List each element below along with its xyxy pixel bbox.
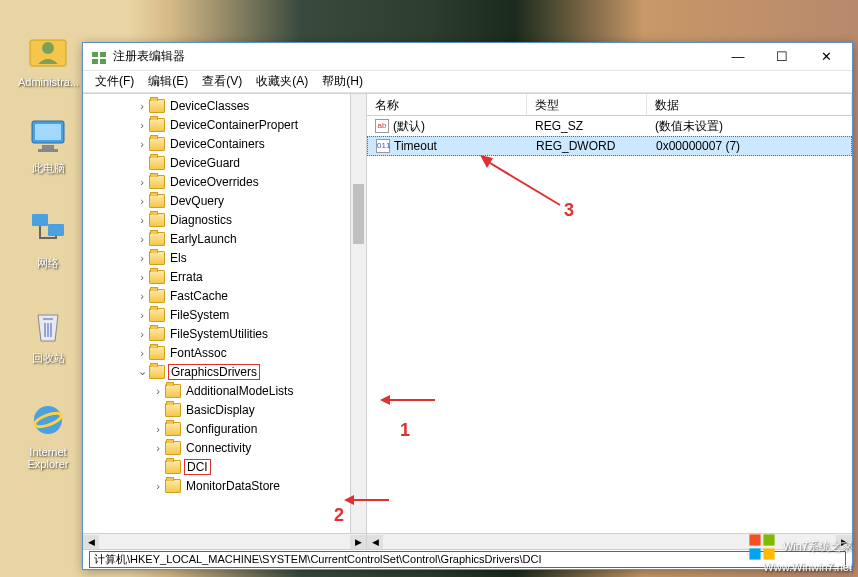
list-row[interactable]: ab(默认)REG_SZ(数值未设置) [367, 116, 852, 136]
user-folder-icon [28, 30, 68, 70]
close-button[interactable]: ✕ [804, 44, 848, 70]
scroll-right-button[interactable]: ▶ [350, 535, 366, 549]
svg-rect-21 [763, 534, 774, 545]
collapse-icon[interactable]: › [151, 423, 165, 435]
tree-node[interactable]: ›DeviceOverrides [83, 172, 366, 191]
desktop-icon-network[interactable]: 网络 [18, 210, 78, 271]
collapse-icon[interactable]: › [135, 100, 149, 112]
tree-node[interactable]: ›Errata [83, 267, 366, 286]
svg-rect-5 [38, 149, 58, 152]
collapse-icon[interactable]: › [135, 271, 149, 283]
string-value-icon: ab [375, 119, 389, 133]
tree-node[interactable]: DeviceGuard [83, 153, 366, 172]
tree-node[interactable]: DCI [83, 457, 366, 476]
tree-node[interactable]: ›Els [83, 248, 366, 267]
list-row[interactable]: 011TimeoutREG_DWORD0x00000007 (7) [367, 136, 852, 156]
maximize-button[interactable]: ☐ [760, 44, 804, 70]
recycle-bin-icon [28, 305, 68, 345]
svg-rect-20 [749, 534, 760, 545]
tree-node[interactable]: ⌄GraphicsDrivers [83, 362, 366, 381]
column-header-data[interactable]: 数据 [647, 94, 852, 115]
status-path: 计算机\HKEY_LOCAL_MACHINE\SYSTEM\CurrentCon… [89, 551, 846, 568]
list-header: 名称 类型 数据 [367, 94, 852, 116]
collapse-icon[interactable]: › [135, 233, 149, 245]
value-data: 0x00000007 (7) [648, 139, 851, 153]
folder-icon [165, 460, 181, 474]
folder-icon [149, 137, 165, 151]
collapse-icon[interactable]: › [151, 442, 165, 454]
collapse-icon[interactable]: › [135, 176, 149, 188]
tree-node[interactable]: ›MonitorDataStore [83, 476, 366, 495]
tree-node-label: AdditionalModeLists [184, 384, 295, 398]
tree-node[interactable]: ›FontAssoc [83, 343, 366, 362]
tree-node[interactable]: ›DeviceContainerPropert [83, 115, 366, 134]
tree-node[interactable]: ›Diagnostics [83, 210, 366, 229]
column-header-type[interactable]: 类型 [527, 94, 647, 115]
expand-icon[interactable]: ⌄ [135, 365, 149, 378]
desktop-icon-administrator[interactable]: Administra... [18, 30, 78, 88]
menu-edit[interactable]: 编辑(E) [142, 71, 194, 92]
desktop-icon-recycle-bin[interactable]: 回收站 [18, 305, 78, 366]
tree-node[interactable]: ›DeviceContainers [83, 134, 366, 153]
collapse-icon[interactable]: › [135, 347, 149, 359]
list-body[interactable]: ab(默认)REG_SZ(数值未设置)011TimeoutREG_DWORD0x… [367, 116, 852, 533]
svg-point-1 [42, 42, 54, 54]
collapse-icon[interactable]: › [135, 252, 149, 264]
collapse-icon[interactable]: › [135, 119, 149, 131]
collapse-icon[interactable]: › [135, 290, 149, 302]
tree-node-label: Diagnostics [168, 213, 234, 227]
desktop-icon-this-pc[interactable]: 此电脑 [18, 115, 78, 176]
folder-icon [149, 156, 165, 170]
tree-node-label: Connectivity [184, 441, 253, 455]
folder-icon [149, 232, 165, 246]
tree-node[interactable]: ›EarlyLaunch [83, 229, 366, 248]
collapse-icon[interactable]: › [135, 138, 149, 150]
collapse-icon[interactable]: › [135, 328, 149, 340]
registry-editor-window: 注册表编辑器 — ☐ ✕ 文件(F) 编辑(E) 查看(V) 收藏夹(A) 帮助… [82, 42, 853, 570]
value-type: REG_SZ [527, 119, 647, 133]
column-header-name[interactable]: 名称 [367, 94, 527, 115]
menu-view[interactable]: 查看(V) [196, 71, 248, 92]
minimize-button[interactable]: — [716, 44, 760, 70]
folder-icon [149, 175, 165, 189]
tree-node-label: DeviceContainers [168, 137, 267, 151]
horizontal-scrollbar[interactable]: ◀ ▶ [83, 533, 366, 549]
scrollbar-thumb[interactable] [353, 184, 364, 244]
collapse-icon[interactable]: › [151, 385, 165, 397]
collapse-icon[interactable]: › [135, 195, 149, 207]
watermark-line2: Www.Winwin7.net [763, 561, 852, 573]
tree-node[interactable]: ›FastCache [83, 286, 366, 305]
value-name: Timeout [394, 139, 437, 153]
collapse-icon[interactable]: › [135, 214, 149, 226]
tree-node-label: Configuration [184, 422, 259, 436]
desktop-icon-internet-explorer[interactable]: Internet Explorer [18, 400, 78, 470]
svg-rect-10 [92, 52, 98, 57]
tree-node[interactable]: ›DeviceClasses [83, 96, 366, 115]
tree-node[interactable]: ›AdditionalModeLists [83, 381, 366, 400]
tree-node[interactable]: ›FileSystem [83, 305, 366, 324]
watermark-line1: Win7系统之家 [783, 540, 852, 552]
tree-node-label: BasicDisplay [184, 403, 257, 417]
tree-node[interactable]: BasicDisplay [83, 400, 366, 419]
menu-favorites[interactable]: 收藏夹(A) [250, 71, 314, 92]
menu-help[interactable]: 帮助(H) [316, 71, 369, 92]
tree-node[interactable]: ›FileSystemUtilities [83, 324, 366, 343]
vertical-scrollbar[interactable] [350, 94, 366, 533]
ie-icon [28, 400, 68, 440]
tree-node[interactable]: ›Configuration [83, 419, 366, 438]
menu-file[interactable]: 文件(F) [89, 71, 140, 92]
tree-node-label: DeviceClasses [168, 99, 251, 113]
tree-node-label: FontAssoc [168, 346, 229, 360]
titlebar[interactable]: 注册表编辑器 — ☐ ✕ [83, 43, 852, 71]
folder-icon [165, 479, 181, 493]
tree-node[interactable]: ›Connectivity [83, 438, 366, 457]
collapse-icon[interactable]: › [151, 480, 165, 492]
scroll-left-button[interactable]: ◀ [367, 535, 383, 549]
scroll-left-button[interactable]: ◀ [83, 535, 99, 549]
collapse-icon[interactable]: › [135, 309, 149, 321]
tree-node[interactable]: ›DevQuery [83, 191, 366, 210]
svg-rect-7 [48, 224, 64, 236]
tree-node-label: FastCache [168, 289, 230, 303]
tree-node-label: FileSystemUtilities [168, 327, 270, 341]
registry-tree[interactable]: ›DeviceClasses›DeviceContainerPropert›De… [83, 94, 366, 533]
